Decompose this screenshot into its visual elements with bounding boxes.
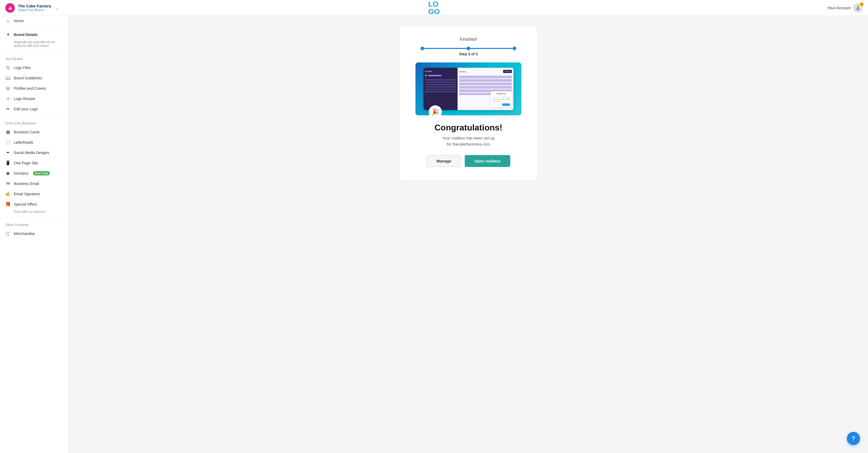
sidebar-item-logo-resizer[interactable]: ⊹ Logo Resizer [0, 93, 69, 104]
email-list-item-1 [425, 79, 456, 80]
email-list-item-5 [425, 89, 456, 90]
sidebar-item-merchandise[interactable]: 🛒 Merchandise [0, 228, 69, 239]
gift-icon: 🎁 [5, 202, 10, 207]
new-mail-btn: New mail [503, 70, 512, 73]
profiles-covers-label: Profiles and Covers [14, 86, 46, 91]
email-list-item-2 [425, 82, 456, 83]
brand-name: The Cake Factory [18, 4, 51, 8]
header: 🎂 The Cake Factory Select Your Brand → ⌄… [0, 0, 868, 16]
brand-details-label: Brand Details [14, 33, 38, 37]
special-offers-sub: Save with our partners [0, 209, 69, 216]
chevron-down-icon[interactable]: ⌄ [55, 5, 59, 11]
notification-badge: 8 [860, 2, 864, 6]
sidebar-item-home[interactable]: ⌂ Home [0, 16, 69, 26]
sidebar-item-one-page[interactable]: 📱 One Page Site [0, 158, 69, 168]
sidebar-item-logo-files[interactable]: 📎 Logo Files [0, 62, 69, 73]
email-main-area: My Inbox New mail Schedule Send IST (GMT [458, 68, 514, 110]
main-content: Finished! Step 3 of 3 ⊞TITAN [69, 16, 868, 453]
schedule-row-1: Tomorrow Mar 11, 9:00 AM [493, 97, 510, 98]
sidebar-item-brand-details[interactable]: ✦ Brand Details [0, 29, 69, 40]
send-later-btn: Send later [502, 103, 510, 106]
finished-label: Finished! [415, 37, 521, 42]
step-dot-1 [421, 46, 424, 50]
logo-files-label: Logo Files [14, 66, 31, 70]
email-list-item-3 [425, 84, 456, 85]
email-user-row [425, 74, 456, 76]
sidebar-item-special-offers[interactable]: 🎁 Special Offers [0, 199, 69, 209]
schedule-row-3: Pick a date & time › [493, 101, 510, 102]
social-media-label: Social Media Designs [14, 151, 50, 155]
sidebar-item-domains[interactable]: ◉ Domains Free Trial [0, 168, 69, 179]
email-row-1 [459, 76, 512, 78]
business-cards-label: Business Cards [14, 130, 40, 134]
email-row-2 [459, 79, 512, 82]
letterhead-icon: 📄 [5, 140, 10, 145]
sparkle-icon: ✦ [5, 32, 10, 37]
brand-logo-mark: 🎂 [5, 3, 15, 13]
email-address-bar [428, 75, 441, 76]
edit-icon: ✏ [5, 106, 10, 111]
progress-bar [415, 46, 521, 50]
sidebar-divider-4 [0, 217, 69, 218]
email-topbar: ⊞TITAN [425, 70, 456, 72]
email-icon: ✉ [5, 181, 10, 186]
sidebar: ⌂ Home ✦ Brand Details Magically pre-pop… [0, 16, 69, 453]
sidebar-home-label: Home [14, 19, 24, 23]
email-signature-label: Email Signature [14, 192, 40, 196]
logo-resizer-label: Logo Resizer [14, 97, 36, 101]
sidebar-item-profiles-covers[interactable]: ◎ Profiles and Covers [0, 83, 69, 93]
domains-icon: ◉ [5, 171, 10, 176]
social-icon: ✒ [5, 150, 10, 155]
step-label: Step 3 of 3 [415, 52, 521, 56]
brand-info: The Cake Factory Select Your Brand → [18, 4, 51, 12]
header-left: 🎂 The Cake Factory Select Your Brand → ⌄ [5, 3, 59, 13]
email-row-4 [459, 86, 512, 89]
sidebar-divider-3 [0, 116, 69, 116]
schedule-popup: Schedule Send IST (GMT+20:30) Tomorrow M… [491, 91, 512, 107]
congrats-title: Congratulations! [415, 123, 521, 133]
profiles-icon: ◎ [5, 86, 10, 91]
logo-files-icon: 📎 [5, 65, 10, 70]
email-row-3 [459, 83, 512, 85]
business-card-icon: ▦ [5, 129, 10, 134]
your-brand-section: Your Brand [0, 53, 69, 62]
resize-icon: ⊹ [5, 96, 10, 101]
manage-button[interactable]: Manage [427, 155, 461, 167]
book-icon: 📖 [5, 75, 10, 80]
sidebar-item-social-media[interactable]: ✒ Social Media Designs [0, 148, 69, 158]
progress-line-1 [424, 48, 467, 49]
brand-details-sub: Magically pre-populate all our products … [0, 40, 69, 50]
email-list-item-4 [425, 86, 456, 88]
sidebar-item-brand-guidelines[interactable]: 📖 Brand Guidelines [0, 73, 69, 83]
header-logo: LOGO [428, 1, 440, 15]
progress-line-2 [470, 48, 513, 49]
account-avatar[interactable]: 8 [853, 3, 863, 13]
email-ui-preview: ⊞TITAN [424, 68, 514, 110]
one-page-label: One Page Site [14, 161, 38, 165]
signature-icon: ✍ [5, 191, 10, 196]
merchandise-icon: 🛒 [5, 231, 10, 236]
edit-logo-label: Edit your Logo [14, 107, 38, 111]
main-layout: ⌂ Home ✦ Brand Details Magically pre-pop… [0, 16, 868, 453]
home-icon: ⌂ [5, 19, 10, 23]
sidebar-item-letterheads[interactable]: 📄 Letterheads [0, 137, 69, 148]
brand-guidelines-label: Brand Guidelines [14, 76, 42, 80]
email-list-item-6 [425, 91, 456, 92]
sidebar-item-business-cards[interactable]: ▦ Business Cards [0, 127, 69, 137]
sidebar-item-business-email[interactable]: ✉ Business Email [0, 179, 69, 189]
action-buttons: Manage Open mailbox [415, 155, 521, 167]
sidebar-item-email-signature[interactable]: ✍ Email Signature [0, 189, 69, 199]
congrats-sub: Your mailbox has been set up for thecake… [415, 135, 521, 147]
open-mailbox-button[interactable]: Open mailbox [465, 155, 510, 167]
select-brand-link[interactable]: Select Your Brand → [18, 8, 51, 12]
help-button[interactable]: ? [847, 432, 860, 445]
svg-point-0 [857, 6, 859, 8]
mobile-icon: 📱 [5, 160, 10, 165]
email-preview-image: ⊞TITAN [415, 62, 521, 116]
sidebar-divider-2 [0, 51, 69, 52]
account-label: Your Account [827, 5, 850, 10]
content-card: Finished! Step 3 of 3 ⊞TITAN [400, 27, 537, 180]
grow-business-section: Grow your Business [0, 118, 69, 127]
sidebar-item-edit-logo[interactable]: ✏ Edit your Logo [0, 104, 69, 114]
logo-text: LOGO [428, 1, 440, 15]
